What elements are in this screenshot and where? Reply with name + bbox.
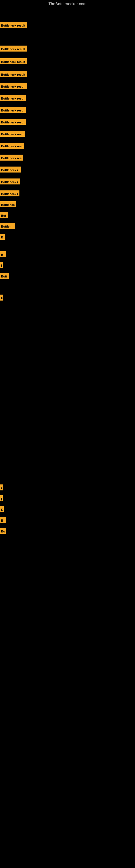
bottleneck-bar: Bottleneck resu [0, 131, 25, 137]
bottleneck-bar: r [0, 485, 3, 490]
bars-container: Bottleneck resultBottleneck resultBottle… [0, 7, 135, 868]
bottleneck-result-label: Bot [0, 212, 8, 218]
bottleneck-result-label: Bottleneck r [0, 179, 20, 184]
bottleneck-bar: Bottleneck r [0, 179, 20, 184]
bottleneck-bar: Bott [0, 273, 9, 279]
bottleneck-bar: | [0, 262, 3, 268]
bottleneck-result-label: Bottlenec [0, 201, 16, 207]
site-title: TheBottlenecker.com [0, 0, 135, 7]
bottleneck-result-label: Bottleneck result [0, 58, 27, 64]
bottleneck-bar: E [0, 506, 4, 512]
bottleneck-bar: Bottleneck r [0, 190, 19, 196]
bottleneck-result-label: Bottleneck resu [0, 83, 27, 89]
bottleneck-bar: Bottleneck resu [0, 143, 24, 149]
bottleneck-bar: Bo [0, 528, 6, 534]
bottleneck-result-label: Bottleneck resu [0, 131, 25, 137]
bottleneck-bar: Bottleneck r [0, 166, 21, 173]
bottleneck-result-label: Bottleneck resu [0, 95, 26, 101]
bottleneck-bar: Bottleneck resu [0, 95, 26, 101]
bottleneck-bar: | [0, 495, 3, 501]
bottleneck-result-label: r [0, 485, 3, 490]
bottleneck-result-label: Bottleneck res [0, 155, 23, 161]
bottleneck-bar: Bottleneck resu [0, 107, 26, 113]
bottleneck-result-label: Bottleneck result [0, 71, 27, 77]
bottleneck-bar: Bottleneck result [0, 58, 27, 64]
bottleneck-result-label: Bottleneck result [0, 45, 27, 52]
bottleneck-result-label: Bo [0, 528, 6, 534]
bottleneck-bar: Bottlen [0, 223, 15, 229]
bottleneck-bar: Bottleneck result [0, 45, 27, 52]
bottleneck-bar: E [0, 294, 3, 301]
bottleneck-bar: Bottleneck result [0, 71, 27, 77]
bottleneck-result-label: E [0, 506, 4, 512]
bottleneck-bar: Bottlenec [0, 201, 16, 207]
bottleneck-result-label: Bottleneck resu [0, 143, 24, 149]
bottleneck-result-label: B [0, 251, 6, 257]
bottleneck-result-label: Bottleneck r [0, 190, 19, 196]
bottleneck-result-label: Bottleneck resu [0, 107, 26, 113]
bottleneck-result-label: Bottleneck r [0, 166, 21, 173]
bottleneck-result-label: B [0, 234, 5, 240]
bottleneck-bar: Bottleneck res [0, 155, 23, 161]
bottleneck-result-label: E [0, 294, 3, 301]
bottleneck-result-label: B [0, 517, 6, 523]
bottleneck-bar: Bottleneck resu [0, 119, 26, 125]
bottleneck-bar: Bottleneck result [0, 22, 27, 28]
bottleneck-result-label: Bottleneck result [0, 22, 27, 28]
bottleneck-bar: B [0, 517, 6, 523]
bottleneck-bar: Bot [0, 212, 8, 218]
bottleneck-result-label: Bottlen [0, 223, 15, 229]
bottleneck-bar: B [0, 234, 5, 240]
bottleneck-bar: Bottleneck resu [0, 83, 27, 89]
bottleneck-result-label: Bottleneck resu [0, 119, 26, 125]
bottleneck-bar: B [0, 251, 6, 257]
bottleneck-result-label: | [0, 262, 3, 268]
bottleneck-result-label: | [0, 495, 3, 501]
bottleneck-result-label: Bott [0, 273, 9, 279]
